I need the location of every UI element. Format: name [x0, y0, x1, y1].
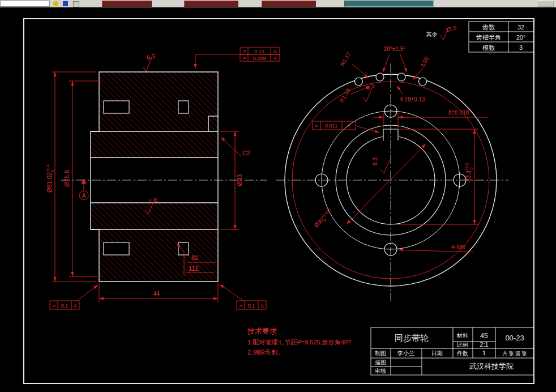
tool-icon[interactable]: [73, 1, 79, 7]
toolbar-button-2[interactable]: [184, 1, 238, 7]
command-input[interactable]: [0, 1, 50, 7]
drafter-name: 李小兰: [397, 350, 414, 356]
tol2-ref: A: [273, 56, 277, 61]
tol2-val: 0.049: [253, 56, 266, 61]
dim-4m6: 4-M6: [451, 244, 465, 250]
tol-bl-val: 0.1: [61, 303, 69, 309]
scale-value: 2:1: [480, 341, 488, 348]
dim-keyway-width: 8±0.018: [448, 109, 469, 116]
date-label: 日期: [431, 350, 443, 356]
param-label-1: 齿槽半角: [476, 34, 501, 41]
tol-bl-sym: ↗: [52, 303, 56, 309]
tech-req-line1: 1.配对管理:L,节距P=9.525,齿形角40?: [247, 339, 351, 346]
toolbar-button-3[interactable]: [262, 1, 316, 7]
toolbar-button-1[interactable]: [102, 1, 152, 7]
tol-bl-ref: A: [74, 303, 77, 309]
tool-icon[interactable]: [53, 1, 58, 6]
toolbar-button-4[interactable]: [537, 1, 554, 7]
material-value: 45: [480, 332, 488, 340]
material-label: 材料: [456, 333, 468, 339]
tol1-ref: A: [273, 49, 277, 54]
qty-label: 件数: [456, 350, 468, 356]
toolbar-icon-group: [52, 1, 100, 7]
tol-key-sym: =: [315, 123, 318, 129]
tech-req-title: 技术要求: [247, 327, 277, 335]
dim-63-keyway: 6.3: [372, 157, 378, 165]
drawing-number: 00-23: [505, 334, 524, 342]
note-line2: 112: [189, 265, 199, 272]
param-label-2: 模数: [482, 44, 495, 51]
trace-label: 描图: [375, 359, 386, 365]
draw-label: 制图: [375, 350, 386, 356]
cad-application-window: Ø81.02+0.40 Ø75.6 Ø43 44 C2 1.6 6.3 A ↗ …: [0, 0, 556, 392]
param-value-2: 3: [519, 44, 523, 51]
check-label: 审核: [375, 368, 386, 374]
scale-label: 比例: [457, 342, 468, 348]
tol1-val: 0.13: [254, 49, 264, 54]
dim-d43: Ø43: [236, 174, 243, 186]
toolbar-dropdown[interactable]: [344, 1, 434, 7]
note-line1: 82: [191, 254, 198, 261]
tol-br-ref: A: [260, 303, 264, 309]
dim-419: 4.19±0.13: [400, 96, 425, 103]
tol-br-sym: ↗: [238, 303, 243, 309]
toolbar: [0, 0, 556, 8]
rest-label: 其余: [426, 31, 438, 37]
tol1-sym: ↗: [242, 49, 246, 54]
school-name: 武汉科技学院: [469, 362, 514, 370]
tol-br-val: 0.1: [248, 303, 255, 309]
tol-key-ref: A: [347, 123, 350, 129]
datum-a-label: A: [82, 193, 86, 199]
param-value-0: 32: [517, 24, 524, 31]
dim-c2: C2: [242, 150, 250, 156]
cad-canvas[interactable]: Ø81.02+0.40 Ø75.6 Ø43 44 C2 1.6 6.3 A ↗ …: [0, 7, 556, 392]
tech-req-line2: 2.消除毛刺。: [247, 349, 284, 356]
tol-key-val: 0.011: [325, 123, 337, 129]
qty-value: 1: [482, 350, 486, 356]
param-value-1: 20°: [516, 34, 526, 41]
dim-d756: Ø75.6: [63, 170, 70, 187]
dim-44: 44: [153, 290, 160, 297]
param-label-0: 齿数: [482, 24, 495, 31]
tool-icon[interactable]: [63, 1, 68, 6]
tol2-sym: ↗: [242, 56, 246, 61]
dim-angle: 20°±1.5°: [384, 46, 406, 52]
sheet-info: 共 张 第 张: [502, 351, 527, 356]
part-name: 同步带轮: [395, 333, 429, 343]
